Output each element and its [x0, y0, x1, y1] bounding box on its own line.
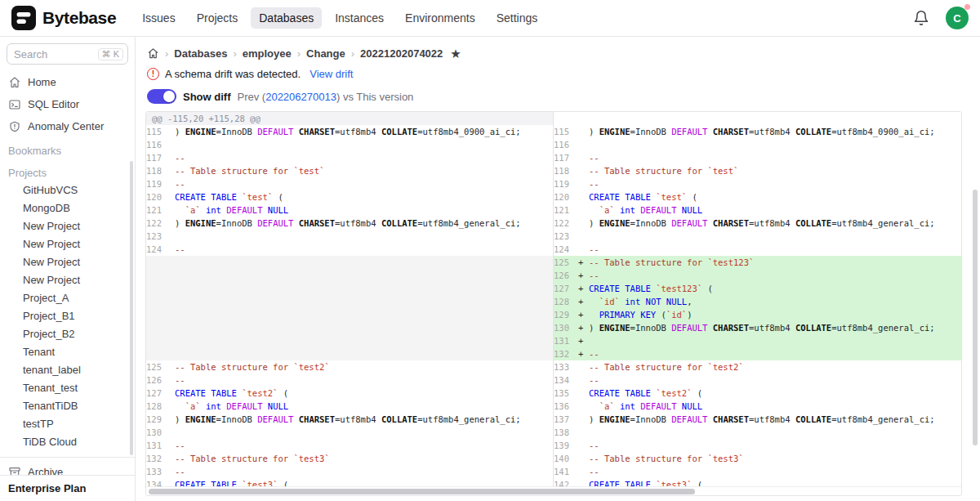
code-text: [175, 321, 553, 334]
line-number: 119: [554, 177, 576, 190]
user-avatar[interactable]: C: [946, 7, 969, 29]
breadcrumb-items: ›Databases›employee›Change›2022120207402…: [165, 47, 443, 60]
diff-pane-new[interactable]: 115) ENGINE=InnoDB DEFAULT CHARSET=utf8m…: [554, 112, 961, 486]
sidebar-project-testtp[interactable]: testTP: [0, 415, 135, 433]
nav-item-instances[interactable]: Instances: [327, 7, 392, 29]
diff-line: 126--: [146, 374, 553, 387]
sidebar-item-sql-editor[interactable]: SQL Editor: [0, 93, 135, 115]
diff-line: 130+) ENGINE=InnoDB DEFAULT CHARSET=utf8…: [554, 321, 961, 334]
diff-sign: [168, 426, 175, 439]
diff-sign: [168, 204, 175, 217]
nav-item-projects[interactable]: Projects: [189, 7, 247, 29]
sidebar-project-tenant-test[interactable]: Tenant_test: [0, 379, 135, 397]
sidebar-divider: [0, 457, 135, 458]
line-number: [146, 321, 168, 334]
diff-sign: +: [576, 282, 589, 295]
sidebar-item-home[interactable]: Home: [0, 71, 135, 93]
diff-sign: [576, 413, 589, 426]
search-placeholder: Search: [14, 48, 98, 60]
sidebar-project-project-b1[interactable]: Project_B1: [0, 307, 135, 325]
sidebar-project-githubvcs[interactable]: GitHubVCS: [0, 181, 135, 199]
diff-sign: [576, 230, 589, 243]
breadcrumb-item-employee[interactable]: employee: [243, 47, 292, 60]
code-text: -- Table structure for `test3`: [175, 452, 553, 465]
diff-sign: +: [576, 347, 589, 360]
diff-line: 117--: [146, 151, 553, 164]
sidebar-project-new-project[interactable]: New Project: [0, 271, 135, 289]
bookmark-star-icon[interactable]: ★: [450, 47, 461, 60]
diff-sign: [576, 138, 589, 151]
show-diff-toggle[interactable]: [147, 89, 176, 104]
diff-sign: [168, 164, 175, 177]
breadcrumb-item-change[interactable]: Change: [306, 47, 345, 60]
bytebase-logo[interactable]: Bytebase: [11, 6, 116, 30]
breadcrumb-home-icon[interactable]: [147, 47, 159, 60]
sidebar-project-project-a[interactable]: Project_A: [0, 289, 135, 307]
code-text: --: [589, 151, 961, 164]
line-number: 128: [146, 400, 168, 413]
page-scrollbar-thumb[interactable]: [973, 190, 978, 445]
code-text: [589, 230, 961, 243]
diff-sign: [576, 374, 589, 387]
diff-sign: [576, 190, 589, 204]
view-drift-link[interactable]: View drift: [310, 68, 353, 80]
sidebar-item-anomaly-center[interactable]: Anomaly Center: [0, 115, 135, 137]
diff-line: 123: [146, 230, 553, 243]
sql-editor-icon: [8, 98, 21, 111]
diff-sign: +: [576, 334, 589, 347]
nav-item-databases[interactable]: Databases: [251, 7, 322, 29]
nav-item-settings[interactable]: Settings: [488, 7, 546, 29]
code-text: --: [175, 374, 553, 387]
prev-version-link[interactable]: 202206270013: [265, 91, 336, 103]
line-number: 126: [554, 269, 576, 282]
code-text: CREATE TABLE `test123` (: [589, 282, 961, 295]
sidebar-project-new-project[interactable]: New Project: [0, 253, 135, 271]
line-number: 126: [146, 374, 168, 387]
diff-line: 116: [554, 138, 961, 151]
diff-line: 131+: [554, 334, 961, 347]
line-number: 142: [554, 478, 576, 486]
sidebar-project-new-project[interactable]: New Project: [0, 217, 135, 235]
diff-hscroll-thumb[interactable]: [149, 489, 695, 494]
diff-sign: [168, 138, 175, 151]
diff-line: 123: [554, 230, 961, 243]
nav-item-environments[interactable]: Environments: [397, 7, 483, 29]
line-number: 129: [146, 413, 168, 426]
diff-line: 134--: [554, 374, 961, 387]
sidebar-item-label: SQL Editor: [28, 98, 79, 110]
sidebar-project-mongodb[interactable]: MongoDB: [0, 199, 135, 217]
search-input[interactable]: Search ⌘ K: [7, 43, 128, 65]
diff-sign: [168, 439, 175, 452]
notification-bell-icon[interactable]: [913, 10, 929, 26]
diff-gap-row: [146, 282, 553, 295]
sidebar-project-tenanttidb[interactable]: TenantTiDB: [0, 397, 135, 415]
line-number: 127: [146, 387, 168, 400]
avatar-status-dot: [964, 4, 970, 10]
sidebar-project-new-project[interactable]: New Project: [0, 235, 135, 253]
diff-line: 115) ENGINE=InnoDB DEFAULT CHARSET=utf8m…: [146, 125, 553, 138]
sidebar-sections: BookmarksProjectsGitHubVCSMongoDBNew Pro…: [0, 137, 135, 451]
diff-line: 128+ `id` int NOT NULL,: [554, 295, 961, 308]
code-text: [175, 256, 553, 269]
sidebar-project-tenant[interactable]: Tenant: [0, 343, 135, 361]
breadcrumb-item-databases[interactable]: Databases: [174, 47, 227, 60]
line-number: [146, 256, 168, 269]
sidebar-project-tidb-cloud[interactable]: TiDB Cloud: [0, 433, 135, 451]
breadcrumb-separator: ›: [297, 47, 301, 60]
code-text: ) ENGINE=InnoDB DEFAULT CHARSET=utf8mb4 …: [589, 217, 961, 230]
diff-toolbar: Show diff Prev (202206270013) vs This ve…: [136, 80, 980, 104]
diff-pane-old[interactable]: @@ -115,20 +115,28 @@115) ENGINE=InnoDB …: [146, 112, 554, 486]
breadcrumb-separator: ›: [233, 47, 236, 60]
code-text: --: [589, 347, 961, 360]
line-number: 120: [554, 190, 576, 204]
line-number: [146, 295, 168, 308]
nav-item-issues[interactable]: Issues: [134, 7, 183, 29]
sidebar-scrollbar-thumb[interactable]: [130, 161, 133, 455]
diff-sign: [168, 360, 175, 374]
sidebar-project-project-b2[interactable]: Project_B2: [0, 325, 135, 343]
breadcrumb-separator: ›: [351, 47, 354, 60]
sidebar-project-tenant-label[interactable]: tenant_label: [0, 361, 135, 379]
breadcrumb-item-20221202074022[interactable]: 20221202074022: [360, 47, 443, 60]
diff-sign: [576, 360, 589, 374]
code-text: `id` int NOT NULL,: [589, 295, 961, 308]
